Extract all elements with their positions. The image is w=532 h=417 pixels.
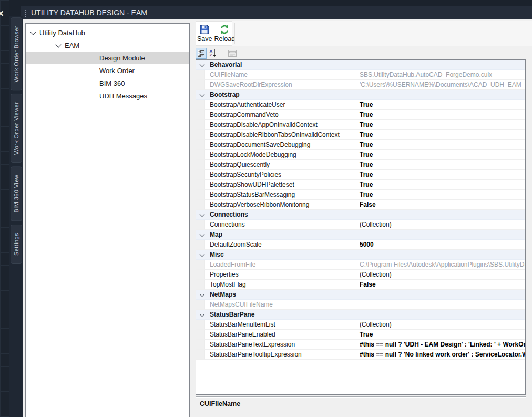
property-name: BootstrapAuthenticateUser [210, 100, 355, 109]
chevron-down-icon[interactable] [200, 212, 205, 217]
property-value[interactable]: (Collection) [357, 320, 525, 329]
property-row-bootstrapcommandveto[interactable]: BootstrapCommandVetoTrue [196, 110, 525, 120]
reload-icon [219, 24, 230, 35]
category-row-misc[interactable]: Misc [196, 250, 525, 260]
chevron-down-icon[interactable] [200, 92, 205, 97]
property-value[interactable] [357, 300, 525, 309]
property-row-bootstrapauthenticateuser[interactable]: BootstrapAuthenticateUserTrue [196, 100, 525, 110]
property-value[interactable]: 5000 [357, 240, 525, 249]
property-value[interactable]: True [357, 170, 525, 179]
property-row-bootstrapdisableapponinvalidcontext[interactable]: BootstrapDisableAppOnInvalidContextTrue [196, 120, 525, 130]
property-value[interactable]: True [357, 150, 525, 159]
property-value[interactable]: True [357, 180, 525, 189]
property-value[interactable]: (Collection) [357, 220, 525, 229]
property-row-statusbarpanetooltipexpression[interactable]: StatusBarPaneTooltipExpression#this == n… [196, 350, 525, 360]
categorized-button[interactable] [196, 48, 207, 59]
property-value[interactable]: #this == null ? 'No linked work order' :… [357, 350, 525, 359]
drag-grip-icon[interactable] [24, 9, 27, 17]
chevron-down-icon[interactable] [55, 42, 61, 47]
property-name: BootstrapDisableAppOnInvalidContext [210, 120, 355, 129]
property-row-bootstrapsecuritypolicies[interactable]: BootstrapSecurityPoliciesTrue [196, 170, 525, 180]
close-icon[interactable]: ✕ [0, 9, 4, 18]
chevron-down-icon[interactable] [200, 292, 205, 297]
tree-item-label: BIM 360 [99, 79, 125, 87]
tree-item-utility-datahub[interactable]: Utility DataHub [26, 26, 189, 39]
property-value[interactable]: (Collection) [357, 270, 525, 279]
chevron-down-icon[interactable] [200, 312, 205, 317]
side-tab-settings[interactable]: Settings [11, 225, 22, 264]
category-row-bootstrap[interactable]: Bootstrap [196, 90, 525, 100]
side-tab-work-order-viewer[interactable]: Work Order Viewer [11, 94, 22, 163]
category-gutter [196, 170, 205, 179]
property-value[interactable]: 'C:\Users\%USERNAME%\Documents\ACAD_UDH_… [357, 80, 525, 89]
category-row-netmaps[interactable]: NetMaps [196, 290, 525, 300]
tree-item-label: Work Order [99, 67, 135, 75]
chevron-down-icon[interactable] [200, 252, 205, 257]
tree-item-label: EAM [65, 42, 79, 49]
property-value[interactable]: #this == null ? 'UDH - EAM Design' : 'Li… [357, 340, 525, 349]
property-value[interactable]: SBS.UtilityDataHub.AutoCAD_ForgeDemo.cui… [357, 70, 525, 79]
property-value[interactable]: False [357, 280, 525, 289]
side-tab-work-order-browser[interactable]: Work Order Browser [11, 17, 22, 90]
property-row-loadedfromfile[interactable]: LoadedFromFileC:\Program Files\Autodesk\… [196, 260, 525, 270]
property-value[interactable]: True [357, 100, 525, 109]
category-gutter [196, 130, 205, 139]
property-value[interactable]: C:\Program Files\Autodesk\ApplicationPlu… [357, 260, 525, 269]
property-row-connections[interactable]: Connections(Collection) [196, 220, 525, 230]
property-pages-icon [228, 50, 237, 57]
property-row-statusbarpanetextexpression[interactable]: StatusBarPaneTextExpression#this == null… [196, 340, 525, 350]
save-button-label: Save [197, 35, 212, 43]
tree-item-udh-messages[interactable]: UDH Messages [26, 89, 189, 102]
category-gutter [196, 220, 205, 229]
property-value[interactable]: True [357, 190, 525, 199]
property-value[interactable]: True [357, 140, 525, 149]
category-gutter [196, 150, 205, 159]
property-row-bootstraplockmodedebugging[interactable]: BootstrapLockModeDebuggingTrue [196, 150, 525, 160]
property-value[interactable]: True [357, 130, 525, 139]
category-row-connections[interactable]: Connections [196, 210, 525, 220]
property-name: BootstrapDisableRibbonTabsOnInvalidConte… [210, 130, 355, 139]
property-row-dwgsaverootdirexpression[interactable]: DWGSaveRootDirExpression'C:\Users\%USERN… [196, 80, 525, 90]
property-value[interactable]: True [357, 160, 525, 169]
property-row-bootstrapquiescently[interactable]: BootstrapQuiescentlyTrue [196, 160, 525, 170]
category-gutter [196, 320, 205, 329]
property-row-netmapscuifilename[interactable]: NetMapsCUIFileName [196, 300, 525, 310]
save-button[interactable]: Save [196, 22, 213, 45]
chevron-down-icon[interactable] [30, 29, 36, 35]
property-name: NetMapsCUIFileName [210, 300, 355, 309]
category-gutter [196, 330, 205, 339]
reload-button[interactable]: Reload [213, 22, 237, 45]
property-row-defaultzoomscale[interactable]: DefaultZoomScale5000 [196, 240, 525, 250]
category-gutter [196, 280, 205, 289]
category-gutter [196, 120, 205, 129]
property-row-bootstrapdisableribbontabsoninvalidcontext[interactable]: BootstrapDisableRibbonTabsOnInvalidConte… [196, 130, 525, 140]
tree-item-eam[interactable]: EAM [26, 39, 189, 52]
property-row-cuifilename[interactable]: CUIFileNameSBS.UtilityDataHub.AutoCAD_Fo… [196, 70, 525, 80]
chevron-down-icon[interactable] [200, 232, 205, 237]
property-row-statusbarpaneenabled[interactable]: StatusBarPaneEnabledTrue [196, 330, 525, 340]
property-row-properties[interactable]: Properties(Collection) [196, 270, 525, 280]
tree-item-work-order[interactable]: Work Order [26, 64, 189, 77]
side-tab-bim-360-view[interactable]: BIM 360 View [11, 166, 22, 221]
category-gutter [196, 80, 205, 89]
property-value[interactable]: False [357, 200, 525, 209]
tree-item-design-module[interactable]: Design Module [26, 52, 189, 64]
property-row-bootstrapstatusbarmessaging[interactable]: BootstrapStatusBarMessagingTrue [196, 190, 525, 200]
property-row-bootstrapdocumentsavedebugging[interactable]: BootstrapDocumentSaveDebuggingTrue [196, 140, 525, 150]
category-row-behavorial[interactable]: Behavorial [196, 60, 525, 70]
property-value[interactable]: True [357, 330, 525, 339]
property-row-statusbarmenuitemlist[interactable]: StatusBarMenuItemList(Collection) [196, 320, 525, 330]
category-row-map[interactable]: Map [196, 230, 525, 240]
property-row-bootstrapshowudhpaletteset[interactable]: BootstrapShowUDHPalettesetTrue [196, 180, 525, 190]
property-name: LoadedFromFile [210, 260, 355, 269]
tree-item-bim-360[interactable]: BIM 360 [26, 77, 189, 89]
palette-titlebar: UTILITY DATAHUB DESIGN - EAM [21, 6, 532, 19]
property-row-topmostflag[interactable]: TopMostFlagFalse [196, 280, 525, 290]
property-value[interactable]: True [357, 120, 525, 129]
sort-alphabetical-button[interactable]: A Z [208, 48, 219, 59]
category-gutter [196, 190, 205, 199]
category-row-statusbarpane[interactable]: StatusBarPane [196, 310, 525, 320]
property-value[interactable]: True [357, 110, 525, 119]
property-row-bootstrapverboseribbonmonitoring[interactable]: BootstrapVerboseRibbonMonitoringFalse [196, 200, 525, 210]
chevron-down-icon[interactable] [200, 62, 205, 67]
